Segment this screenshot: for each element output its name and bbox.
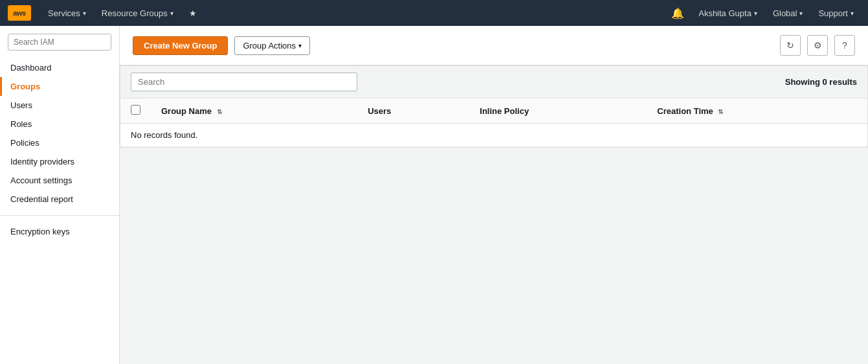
chevron-down-icon: ▾	[170, 10, 173, 17]
chevron-down-icon: ▾	[799, 10, 803, 17]
bell-icon[interactable]: 🔔	[666, 7, 689, 19]
top-navigation: aws Services ▾ Resource Groups ▾ ★ 🔔 Aks…	[0, 0, 868, 26]
nav-services[interactable]: Services ▾	[41, 0, 93, 26]
sidebar-item-credential-report[interactable]: Credential report	[0, 190, 119, 209]
select-all-checkbox[interactable]	[131, 105, 140, 115]
chevron-down-icon: ▾	[851, 10, 854, 17]
help-icon: ?	[842, 40, 847, 51]
sidebar-divider	[0, 215, 119, 216]
table-container: Showing 0 results Group Name ⇅ Users	[120, 65, 868, 148]
refresh-button[interactable]: ↻	[780, 35, 801, 56]
sidebar-item-account-settings[interactable]: Account settings	[0, 171, 119, 190]
nav-resource-groups[interactable]: Resource Groups ▾	[95, 0, 180, 26]
sidebar-item-roles[interactable]: Roles	[0, 115, 119, 133]
page-layout: Dashboard Groups Users Roles Policies Id…	[0, 26, 868, 364]
chevron-down-icon: ▾	[754, 10, 757, 17]
table-search-bar: Showing 0 results	[120, 66, 867, 98]
gear-icon: ⚙	[814, 40, 822, 51]
sidebar: Dashboard Groups Users Roles Policies Id…	[0, 26, 120, 364]
table-header-row: Group Name ⇅ Users Inline Policy Creatio…	[120, 98, 867, 124]
no-records-row: No records found.	[120, 124, 867, 147]
sort-icon: ⇅	[217, 108, 222, 115]
no-records-cell: No records found.	[120, 124, 867, 147]
create-new-group-button[interactable]: Create New Group	[133, 36, 228, 55]
aws-logo-text: aws	[8, 5, 31, 21]
nav-bookmarks[interactable]: ★	[183, 0, 203, 26]
chevron-down-icon: ▾	[83, 10, 86, 17]
sidebar-item-policies[interactable]: Policies	[0, 133, 119, 152]
groups-table: Group Name ⇅ Users Inline Policy Creatio…	[120, 98, 867, 147]
inline-policy-column-header: Inline Policy	[469, 98, 647, 124]
group-actions-button[interactable]: Group Actions ▾	[234, 36, 310, 55]
users-column-header: Users	[357, 98, 469, 124]
table-search-input[interactable]	[131, 73, 357, 91]
sidebar-item-encryption-keys[interactable]: Encryption keys	[0, 222, 119, 241]
creation-time-column-header[interactable]: Creation Time ⇅	[647, 98, 867, 124]
group-name-column-header[interactable]: Group Name ⇅	[151, 98, 357, 124]
sidebar-item-groups[interactable]: Groups	[0, 77, 119, 96]
sort-icon: ⇅	[718, 108, 723, 115]
star-icon: ★	[189, 8, 197, 18]
nav-support[interactable]: Support ▾	[812, 0, 860, 26]
main-content: Create New Group Group Actions ▾ ↻ ⚙ ?	[120, 26, 868, 364]
sidebar-item-dashboard[interactable]: Dashboard	[0, 58, 119, 77]
sidebar-search-container	[0, 34, 119, 58]
chevron-down-icon: ▾	[298, 42, 302, 49]
help-button[interactable]: ?	[834, 35, 855, 56]
aws-logo[interactable]: aws	[8, 5, 31, 21]
search-iam-input[interactable]	[8, 34, 111, 51]
content-header: Create New Group Group Actions ▾ ↻ ⚙ ?	[120, 26, 868, 65]
sidebar-item-identity-providers[interactable]: Identity providers	[0, 152, 119, 171]
nav-user-menu[interactable]: Akshita Gupta ▾	[692, 0, 764, 26]
refresh-icon: ↻	[786, 40, 794, 51]
showing-results-label: Showing 0 results	[785, 77, 857, 87]
settings-button[interactable]: ⚙	[807, 35, 828, 56]
sidebar-item-users[interactable]: Users	[0, 96, 119, 115]
nav-region[interactable]: Global ▾	[766, 0, 810, 26]
nav-right-section: 🔔 Akshita Gupta ▾ Global ▾ Support ▾	[666, 0, 860, 26]
select-all-column	[120, 98, 151, 124]
